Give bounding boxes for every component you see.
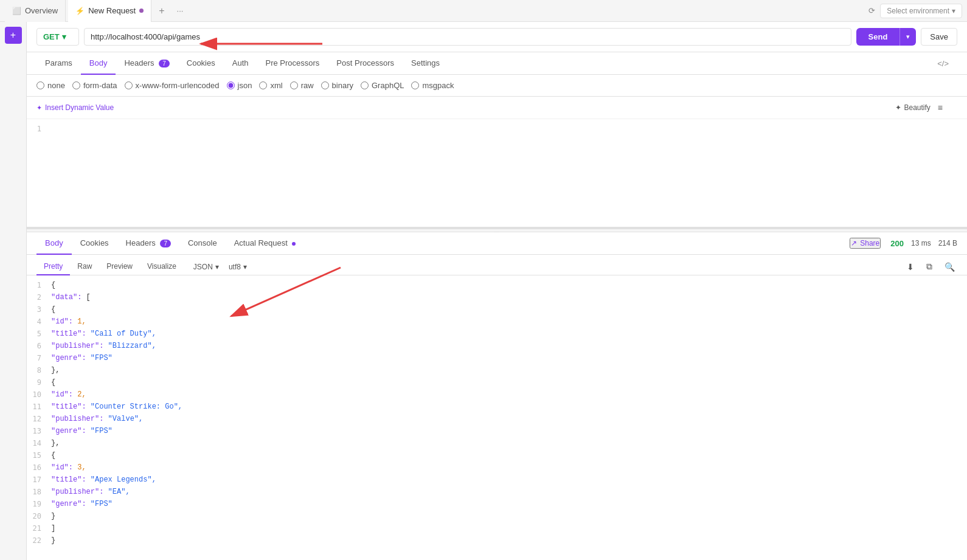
tab-add-button[interactable]: + — [154, 5, 169, 16]
resp-tab-cookies[interactable]: Cookies — [72, 232, 117, 255]
body-option-json[interactable]: json — [227, 81, 252, 90]
tab-modified-dot — [139, 9, 144, 13]
resp-line: 6 "publisher": "Blizzard", — [27, 341, 967, 353]
overview-icon: ⬜ — [12, 7, 21, 15]
send-button[interactable]: Send — [856, 28, 900, 46]
beautify-button[interactable]: ✦ Beautify — [895, 103, 930, 112]
body-option-xml[interactable]: xml — [259, 81, 282, 90]
tab-cookies[interactable]: Cookies — [178, 52, 224, 75]
resp-line: 7 "genre": "FPS" — [27, 353, 967, 365]
resp-line: 14 }, — [27, 438, 967, 451]
code-view-button[interactable]: </> — [929, 53, 957, 74]
tab-auth[interactable]: Auth — [224, 52, 257, 75]
headers-badge: 7 — [159, 60, 170, 67]
main-layout: + GET ▾ Send ▾ Save Params Body — [0, 22, 967, 560]
resp-tab-headers[interactable]: Headers 7 — [117, 232, 179, 255]
body-option-binary[interactable]: binary — [321, 81, 353, 90]
body-option-urlencoded[interactable]: x-www-form-urlencoded — [125, 81, 220, 90]
wand-icon: ✦ — [895, 103, 901, 112]
status-time: 13 ms — [911, 239, 931, 248]
resp-line: 17 "title": "Apex Legends", — [27, 475, 967, 487]
dynamic-value-label: Insert Dynamic Value — [45, 103, 114, 112]
resp-line: 15 { — [27, 451, 967, 463]
encoding-label: utf8 — [229, 263, 241, 271]
resp-headers-badge: 7 — [160, 240, 171, 247]
resp-tab-body[interactable]: Body — [36, 232, 72, 255]
resp-line: 20 } — [27, 511, 967, 524]
add-request-button[interactable]: + — [5, 27, 22, 44]
format-chevron-icon: ▾ — [215, 263, 219, 271]
share-button[interactable]: ↗ Share — [850, 238, 881, 249]
send-button-group: Send ▾ — [856, 28, 917, 46]
lightning-icon: ⚡ — [75, 7, 85, 15]
request-body-editor[interactable]: 1 — [27, 119, 967, 229]
save-button[interactable]: Save — [921, 28, 957, 46]
tab-overview[interactable]: ⬜ Overview — [5, 0, 66, 22]
request-response-area: GET ▾ Send ▾ Save Params Body Headers 7 — [27, 22, 967, 560]
resp-line: 9 { — [27, 378, 967, 390]
resp-line: 2 "data": [ — [27, 292, 967, 305]
response-format-select[interactable]: JSON ▾ — [189, 259, 224, 275]
body-option-form-data[interactable]: form-data — [72, 81, 117, 90]
method-chevron-icon: ▾ — [62, 32, 66, 41]
response-header-right: ↗ Share 200 13 ms 214 B — [850, 238, 957, 249]
request-tabs: Params Body Headers 7 Cookies Auth Pre P… — [27, 52, 967, 75]
resp-line: 16 "id": 3, — [27, 463, 967, 475]
tab-body[interactable]: Body — [81, 52, 116, 75]
tab-params[interactable]: Params — [36, 52, 81, 75]
resp-line: 13 "genre": "FPS" — [27, 426, 967, 438]
tab-bar: ⬜ Overview ⚡ New Request + ··· ⟳ Select … — [0, 0, 967, 22]
tab-new-request-label: New Request — [88, 6, 136, 15]
send-dropdown-button[interactable]: ▾ — [899, 28, 916, 46]
method-label: GET — [43, 32, 60, 41]
search-button[interactable]: 🔍 — [942, 260, 957, 274]
status-code: 200 — [890, 239, 904, 248]
body-option-msgpack[interactable]: msgpack — [411, 81, 454, 90]
body-option-raw[interactable]: raw — [290, 81, 314, 90]
method-select[interactable]: GET ▾ — [36, 28, 79, 46]
resp-subtab-visualize[interactable]: Visualize — [140, 258, 184, 275]
response-encoding-select[interactable]: utf8 ▾ — [224, 259, 252, 275]
tab-settings[interactable]: Settings — [403, 52, 448, 75]
response-subtabs: Pretty Raw Preview Visualize JSON ▾ utf8… — [27, 255, 967, 275]
tab-new-request[interactable]: ⚡ New Request — [68, 0, 151, 22]
status-size: 214 B — [938, 239, 957, 248]
body-option-none[interactable]: none — [36, 81, 65, 90]
download-button[interactable]: ⬇ — [904, 260, 917, 274]
resp-line: 12 "publisher": "Valve", — [27, 414, 967, 426]
body-options: none form-data x-www-form-urlencoded jso… — [27, 75, 967, 97]
resp-line: 21 ] — [27, 524, 967, 536]
env-select-label: Select environment — [887, 7, 949, 15]
magic-icon: ✦ — [36, 104, 42, 112]
copy-button[interactable]: ⧉ — [924, 259, 935, 274]
resp-line: 1{ — [27, 280, 967, 292]
resp-subtab-pretty[interactable]: Pretty — [36, 258, 70, 275]
tab-headers[interactable]: Headers 7 — [116, 52, 178, 75]
tab-more-button[interactable]: ··· — [172, 6, 189, 15]
editor-line-1: 1 — [27, 124, 967, 136]
insert-dynamic-value-button[interactable]: ✦ Insert Dynamic Value — [36, 103, 114, 112]
chevron-down-icon: ▾ — [952, 7, 955, 15]
resp-line: 11 "title": "Counter Strike: Go", — [27, 402, 967, 414]
resp-tab-actual-request[interactable]: Actual Request — [226, 232, 305, 255]
resp-line: 5 "title": "Call of Duty", — [27, 329, 967, 341]
response-body: 1{2 "data": [3 {4 "id": 1,5 "title": "Ca… — [27, 275, 967, 560]
resp-tab-console[interactable]: Console — [179, 232, 226, 255]
format-label: JSON — [193, 263, 213, 271]
resp-line: 18 "publisher": "EA", — [27, 487, 967, 499]
url-bar: GET ▾ Send ▾ Save — [27, 22, 967, 52]
body-option-graphql[interactable]: GraphQL — [361, 81, 404, 90]
lines-view-button[interactable]: ≡ — [935, 100, 945, 115]
actual-request-dot — [292, 242, 296, 246]
environment-select[interactable]: Select environment ▾ — [880, 4, 962, 18]
refresh-button[interactable]: ⟳ — [868, 6, 875, 15]
resp-line: 10 "id": 2, — [27, 390, 967, 402]
encoding-chevron-icon: ▾ — [243, 263, 247, 271]
response-tabs: Body Cookies Headers 7 Console Actual Re… — [27, 232, 967, 255]
resp-subtab-raw[interactable]: Raw — [70, 258, 99, 275]
tab-pre-processors[interactable]: Pre Processors — [257, 52, 328, 75]
resp-subtab-preview[interactable]: Preview — [99, 258, 140, 275]
tab-post-processors[interactable]: Post Processors — [328, 52, 403, 75]
tab-overview-label: Overview — [25, 6, 58, 15]
url-input[interactable] — [84, 28, 851, 46]
